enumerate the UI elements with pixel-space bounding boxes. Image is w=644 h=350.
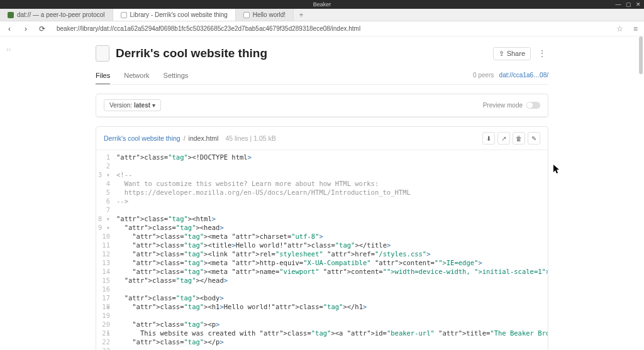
preview-toggle[interactable] — [526, 102, 540, 109]
reload-button[interactable]: ⟳ — [36, 23, 48, 35]
peers-count: 0 peers — [473, 72, 494, 79]
page-content: ‹‹ Derrik's cool website thing ⇪Share ⋮ … — [0, 36, 644, 350]
nav-tab-network[interactable]: Network — [124, 72, 149, 84]
tab-1[interactable]: dat:// — a peer-to-peer protocol — [0, 9, 113, 21]
edit-button[interactable]: ✎ — [528, 132, 540, 145]
preview-label: Preview mode — [483, 102, 523, 109]
tab-label: Library - Derrik's cool website thing — [130, 11, 228, 18]
breadcrumb-file: index.html — [189, 134, 219, 142]
window-titlebar: Beaker — ▢ ✕ — [0, 0, 644, 9]
tab-3[interactable]: Hello world! — [236, 9, 294, 21]
delete-button[interactable]: 🗑 — [513, 132, 525, 145]
page-title: Derrik's cool website thing — [116, 46, 267, 60]
tab-2[interactable]: Library - Derrik's cool website thing — [113, 9, 236, 21]
favicon-icon — [8, 12, 14, 18]
scrollbar[interactable] — [639, 36, 643, 74]
version-dropdown[interactable]: Version: latest ▾ — [104, 99, 161, 111]
site-icon — [96, 45, 109, 62]
more-menu-button[interactable]: ⋮ — [536, 49, 548, 58]
browser-tabstrip: dat:// — a peer-to-peer protocol Library… — [0, 9, 644, 21]
menu-button[interactable]: ≡ — [631, 25, 640, 33]
window-maximize-button[interactable]: ▢ — [625, 1, 631, 8]
tab-label: Hello world! — [253, 11, 286, 18]
nav-tab-files[interactable]: Files — [96, 72, 110, 84]
share-button[interactable]: ⇪Share — [493, 47, 531, 60]
forward-button[interactable]: › — [20, 23, 31, 35]
code-editor: 123 ▾45678 ▾9 ▾1011121314151617 ▾181920 … — [96, 150, 548, 350]
star-button[interactable]: ☆ — [614, 25, 626, 33]
chevron-down-icon: ▾ — [152, 102, 155, 109]
window-title: Beaker — [313, 1, 331, 8]
share-icon: ⇪ — [499, 50, 504, 58]
favicon-icon — [243, 12, 250, 18]
new-tab-button[interactable]: + — [294, 9, 309, 21]
tab-label: dat:// — a peer-to-peer protocol — [17, 11, 105, 18]
open-external-button[interactable]: ↗ — [497, 132, 510, 145]
window-close-button[interactable]: ✕ — [635, 1, 641, 8]
dat-link[interactable]: dat://cca1a6…08/ — [499, 72, 548, 79]
back-button[interactable]: ‹ — [4, 23, 15, 35]
collapse-sidebar-button[interactable]: ‹‹ — [6, 45, 11, 53]
code-lines[interactable]: "attr">class="tag"><!DOCTYPE html> <!-- … — [116, 153, 548, 350]
breadcrumb-root[interactable]: Derrik's cool website thing — [104, 134, 180, 142]
download-button[interactable]: ⬇ — [482, 132, 495, 145]
nav-toolbar: ‹ › ⟳ beaker://library/dat://cca1a62a529… — [0, 21, 644, 36]
address-bar[interactable]: beaker://library/dat://cca1a62a5294af069… — [53, 24, 609, 33]
nav-tab-settings[interactable]: Settings — [164, 72, 189, 84]
line-gutter: 123 ▾45678 ▾9 ▾1011121314151617 ▾181920 … — [96, 153, 116, 350]
window-minimize-button[interactable]: — — [615, 1, 621, 8]
file-meta: 45 lines | 1.05 kB — [225, 134, 275, 142]
favicon-icon — [121, 12, 127, 18]
